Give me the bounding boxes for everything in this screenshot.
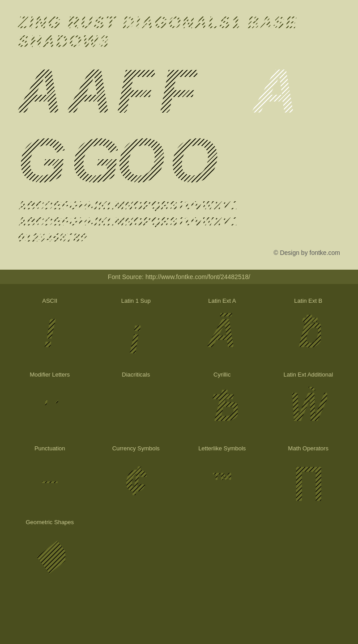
glyph-G1: G (18, 129, 67, 192)
charset-currencysymbols-label: Currency Symbols (112, 445, 160, 452)
glyph-aa: A A (18, 60, 116, 123)
charset-letterlikesymbols-label: Letterlike Symbols (198, 445, 246, 452)
dark-section: ASCII ! Latin 1 Sup ¡ Latin Ext A Ā Lati… (0, 284, 358, 593)
glyph-G2: G (71, 129, 120, 192)
charset-latin1sup-label: Latin 1 Sup (121, 297, 151, 304)
glyph-a-white: A (215, 60, 340, 123)
modletters-glyph-char: ˈ ˊ (41, 399, 58, 415)
glyph-F1: F (116, 60, 155, 123)
punctuation-glyph-char: — (42, 473, 58, 489)
charset-punctuation-label: Punctuation (34, 445, 65, 452)
charset-modletters-glyph: ˈ ˊ (11, 382, 89, 432)
charset-empty1 (95, 514, 177, 584)
mathoperators-glyph-char: ∏ (292, 461, 325, 501)
charset-latinextadd: Latin Ext Additional Ẁ (268, 367, 349, 436)
charset-latin1sup-glyph: ¡ (98, 309, 175, 358)
charset-ascii-glyph: ! (11, 309, 89, 358)
charset-currencysymbols-glyph: ¢ (98, 456, 175, 505)
latinexta-glyph-char: Ā (208, 313, 237, 353)
charset-ascii-label: ASCII (42, 297, 57, 304)
charset-latin1sup: Latin 1 Sup ¡ (95, 293, 177, 362)
charset-mathoperators-label: Math Operators (288, 445, 328, 452)
charset-latinexta-label: Latin Ext A (208, 297, 236, 304)
charset-grid: ASCII ! Latin 1 Sup ¡ Latin Ext A Ā Lati… (9, 293, 349, 584)
alphabet-section: ABCDEFGHIJKLMNOPQRSTUVWXYZ ABCDEFGHIJKLM… (18, 199, 340, 245)
charset-modletters-label: Modifier Letters (30, 371, 70, 378)
charset-punctuation: Punctuation — (9, 441, 91, 510)
charset-diacriticals-label: Diacriticals (122, 371, 150, 378)
latin1sup-glyph-char: ¡ (129, 313, 143, 353)
glyph-gg: G G (18, 129, 116, 192)
charset-modletters: Modifier Letters ˈ ˊ (9, 367, 91, 436)
copyright: © Design by fontke.com (18, 247, 340, 261)
lowercase-alphabet: ABCDEFGHIJKLMNOPQRSTUVWXYZ (18, 215, 340, 229)
charset-diacriticals-glyph (98, 382, 175, 432)
charset-mathoperators: Math Operators ∏ (268, 441, 349, 510)
geometricshapes-glyph-char: ◆ (34, 534, 65, 575)
charset-latinextadd-glyph: Ẁ (270, 382, 347, 432)
source-label: Font Source: http://www.fontke.com/font/… (108, 273, 250, 280)
charset-latinextb-glyph: ƀ (270, 309, 347, 358)
charset-cyrillic: Cyrillic Ѣ (181, 367, 263, 436)
charset-empty3 (268, 514, 349, 584)
charset-currencysymbols: Currency Symbols ¢ (95, 441, 177, 510)
charset-cyrillic-label: Cyrillic (213, 371, 230, 378)
charset-geometricshapes-glyph: ◆ (11, 530, 89, 579)
charset-latinextb: Latin Ext B ƀ (268, 293, 349, 362)
charset-latinexta: Latin Ext A Ā (181, 293, 263, 362)
charset-latinextb-label: Latin Ext B (294, 297, 322, 304)
glyph-oo: O O (116, 129, 215, 192)
glyph-display-row1: A A F F A (18, 60, 340, 123)
charset-ascii: ASCII ! (9, 293, 91, 362)
glyph-ff: F F (116, 60, 215, 123)
glyph-F2: F (159, 60, 198, 123)
top-section: ZING RUST DIAGONALS1 BASE SHADOW3 A A F … (0, 0, 358, 270)
glyph-A2: A (68, 60, 113, 123)
charset-letterlikesymbols: Letterlike Symbols ™ (181, 441, 263, 510)
charset-empty2 (181, 514, 263, 584)
ascii-glyph-char: ! (43, 313, 56, 353)
source-bar: Font Source: http://www.fontke.com/font/… (0, 270, 358, 284)
charset-diacriticals: Diacriticals (95, 367, 177, 436)
glyph-O1: O (116, 129, 165, 192)
charset-letterlikesymbols-glyph: ™ (183, 456, 261, 505)
latinextadd-glyph-char: Ẁ (289, 387, 327, 427)
cyrillic-glyph-char: Ѣ (207, 387, 238, 427)
charset-geometricshapes-label: Geometric Shapes (26, 519, 74, 525)
charset-mathoperators-glyph: ∏ (270, 456, 347, 505)
font-title: ZING RUST DIAGONALS1 BASE SHADOW3 (18, 13, 340, 51)
charset-cyrillic-glyph: Ѣ (183, 382, 261, 432)
latinextb-glyph-char: ƀ (295, 313, 321, 353)
charset-latinexta-glyph: Ā (183, 309, 261, 358)
uppercase-alphabet: ABCDEFGHIJKLMNOPQRSTUVWXYZ (18, 199, 340, 212)
charset-punctuation-glyph: — (11, 456, 89, 505)
charset-geometricshapes: Geometric Shapes ◆ (9, 514, 91, 584)
glyph-A-white: A (252, 60, 298, 123)
glyph-O2: O (170, 129, 218, 192)
glyph-A1: A (18, 60, 63, 123)
glyph-display-row2: G G O O (18, 129, 340, 192)
charset-latinextadd-label: Latin Ext Additional (283, 371, 333, 378)
numbers: 0123456789 (18, 231, 340, 245)
currencysymbols-glyph-char: ¢ (125, 461, 147, 501)
letterlikesymbols-glyph-char: ™ (211, 470, 233, 492)
